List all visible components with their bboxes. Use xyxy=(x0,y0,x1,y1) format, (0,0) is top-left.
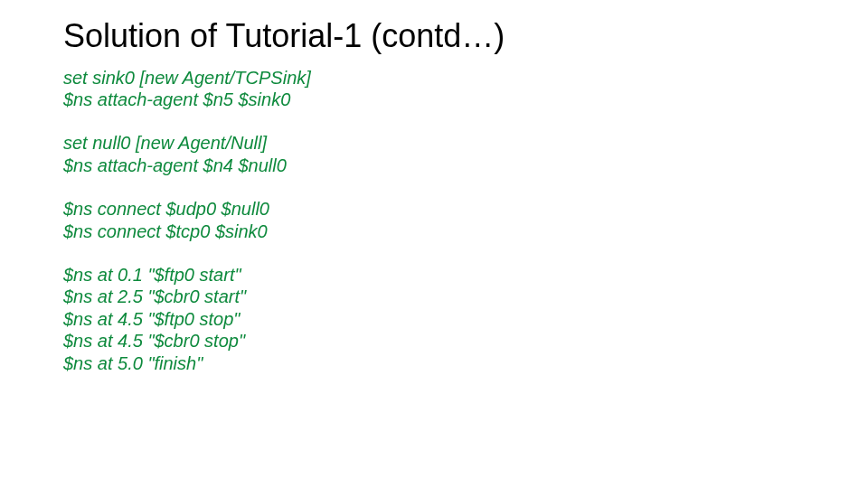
code-line: set sink0 [new Agent/TCPSink] xyxy=(63,67,868,89)
code-line: $ns at 0.1 "$ftp0 start" xyxy=(63,264,868,286)
code-line: set null0 [new Agent/Null] xyxy=(63,132,868,154)
slide-title: Solution of Tutorial-1 (contd…) xyxy=(63,18,868,54)
code-group-2: $ns connect $udp0 $null0 $ns connect $tc… xyxy=(63,198,868,242)
code-line: $ns at 4.5 "$ftp0 stop" xyxy=(63,308,868,330)
code-line: $ns at 5.0 "finish" xyxy=(63,352,868,374)
code-line: $ns connect $udp0 $null0 xyxy=(63,198,868,220)
code-line: $ns attach-agent $n4 $null0 xyxy=(63,155,868,176)
code-line: $ns connect $tcp0 $sink0 xyxy=(63,221,868,242)
code-group-3: $ns at 0.1 "$ftp0 start" $ns at 2.5 "$cb… xyxy=(63,264,868,374)
code-group-1: set null0 [new Agent/Null] $ns attach-ag… xyxy=(63,132,868,176)
code-group-0: set sink0 [new Agent/TCPSink] $ns attach… xyxy=(63,67,868,111)
code-line: $ns at 4.5 "$cbr0 stop" xyxy=(63,330,868,352)
code-line: $ns at 2.5 "$cbr0 start" xyxy=(63,286,868,307)
code-line: $ns attach-agent $n5 $sink0 xyxy=(63,89,868,110)
slide-container: Solution of Tutorial-1 (contd…) set sink… xyxy=(0,0,868,488)
